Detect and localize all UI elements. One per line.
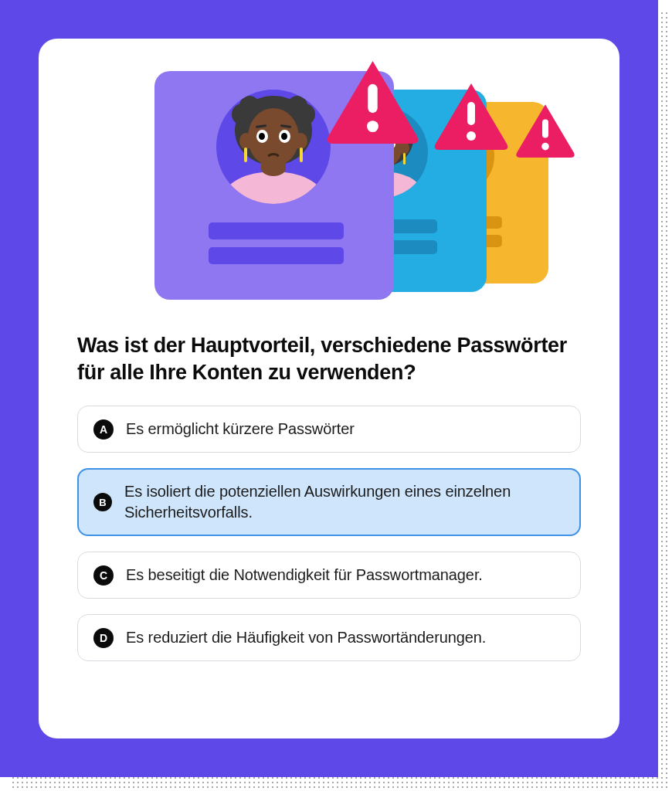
svg-rect-2 — [467, 102, 475, 125]
svg-rect-4 — [542, 119, 548, 137]
option-label: Es reduziert die Häufigkeit von Passwort… — [126, 627, 486, 648]
option-d[interactable]: D Es reduziert die Häufigkeit von Passwo… — [77, 614, 581, 661]
option-label: Es ermöglicht kürzere Passwörter — [126, 419, 355, 440]
option-a[interactable]: A Es ermöglicht kürzere Passwörter — [77, 406, 581, 453]
option-badge: B — [93, 493, 112, 511]
quiz-card: Was ist der Hauptvorteil, verschiedene P… — [39, 39, 619, 738]
warning-icon — [433, 80, 510, 150]
svg-point-1 — [367, 121, 378, 132]
option-label: Es isoliert die potenziellen Auswirkunge… — [124, 481, 565, 523]
quiz-illustration — [77, 70, 581, 309]
warning-icon — [514, 102, 576, 158]
option-badge: C — [93, 565, 114, 586]
warning-icon — [324, 57, 421, 144]
avatar-circle — [216, 90, 331, 204]
option-b[interactable]: B Es isoliert die potenziellen Auswirkun… — [77, 468, 581, 536]
option-label: Es beseitigt die Notwendigkeit für Passw… — [126, 565, 483, 586]
svg-point-3 — [467, 131, 476, 141]
options-list: A Es ermöglicht kürzere Passwörter B Es … — [77, 406, 581, 661]
option-badge: A — [93, 419, 114, 440]
quiz-frame: Was ist der Hauptvorteil, verschiedene P… — [0, 0, 658, 777]
id-card-lines — [209, 222, 344, 272]
question-text: Was ist der Hauptvorteil, verschiedene P… — [77, 332, 581, 385]
svg-rect-0 — [368, 84, 377, 113]
option-badge: D — [93, 628, 114, 648]
option-c[interactable]: C Es beseitigt die Notwendigkeit für Pas… — [77, 552, 581, 599]
svg-point-5 — [541, 143, 549, 151]
